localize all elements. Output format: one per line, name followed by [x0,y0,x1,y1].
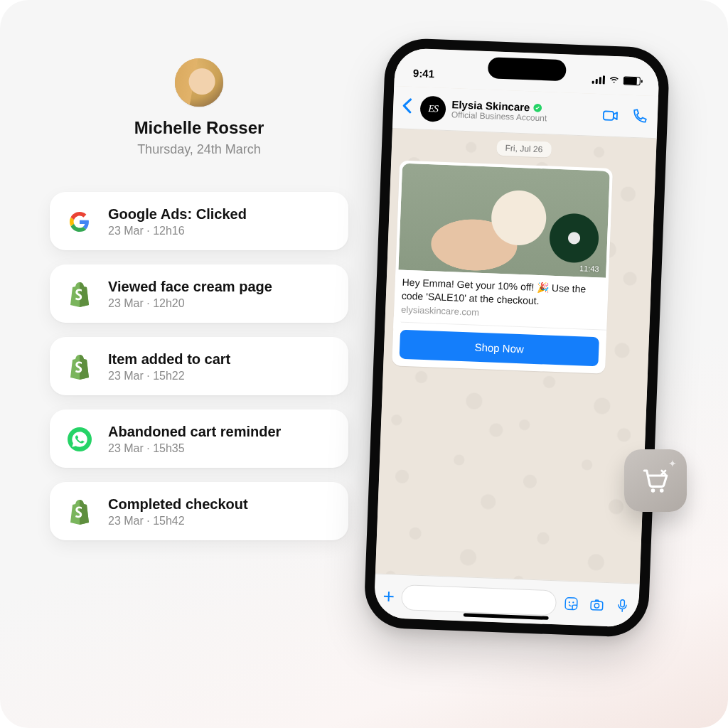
dynamic-island [488,57,567,81]
cart-tile[interactable]: ✦ [624,449,687,512]
feed-meta: 23 Mar · 12h16 [108,225,333,237]
profile-name: Michelle Rosser [71,118,327,138]
marketing-composite: Michelle Rosser Thursday, 24th March Goo… [0,0,728,728]
shopify-icon [65,498,94,526]
sparkle-icon: ✦ [668,458,677,469]
message-input[interactable] [401,584,557,616]
svg-rect-6 [591,601,603,610]
feed-meta: 23 Mar · 12h20 [108,297,333,310]
whatsapp-icon [65,425,94,454]
shopify-icon [65,280,94,309]
sticker-icon[interactable] [563,595,579,611]
feed-card-added-to-cart[interactable]: Item added to cart 23 Mar · 15h22 [50,337,348,395]
shopify-icon [65,353,94,381]
svg-point-5 [572,601,574,603]
status-time: 9:41 [413,67,435,80]
feed-card-abandoned-cart[interactable]: Abandoned cart reminder 23 Mar · 15h35 [50,410,348,468]
wifi-icon [609,76,620,85]
camera-icon[interactable] [589,596,605,613]
message-bubble: 11:43 Hey Emma! Get your 10% off! 🎉 Use … [392,160,613,373]
feed-title: Abandoned cart reminder [108,424,333,440]
feed-card-viewed-page[interactable]: Viewed face cream page 23 Mar · 12h20 [50,264,348,323]
phone-screen: 9:41 ES Elysia Skincare [374,48,660,628]
svg-point-7 [594,603,599,608]
svg-rect-8 [621,599,625,606]
svg-point-4 [569,601,570,603]
feed-title: Viewed face cream page [108,279,333,295]
phone-mockup: 9:41 ES Elysia Skincare [363,38,670,638]
cart-icon [641,466,670,496]
video-call-icon[interactable] [601,107,619,124]
activity-feed: Google Ads: Clicked 23 Mar · 12h16 Viewe… [50,192,348,540]
back-button[interactable] [399,96,415,119]
composer: + [374,574,640,628]
brand-avatar[interactable]: ES [419,95,446,122]
svg-rect-3 [565,597,577,609]
shop-now-button[interactable]: Shop Now [400,329,599,366]
signal-icon [592,75,605,85]
feed-meta: 23 Mar · 15h22 [108,370,333,382]
feed-title: Item added to cart [108,351,333,368]
feed-meta: 23 Mar · 15h42 [108,515,333,528]
attach-button[interactable]: + [382,584,395,608]
avatar [175,58,223,107]
message-time: 11:43 [579,264,599,273]
svg-rect-2 [604,111,614,120]
chat-date-chip: Fri, Jul 26 [496,140,551,158]
battery-icon [623,76,641,85]
mic-icon[interactable] [614,597,631,614]
svg-point-9 [651,488,655,493]
message-media[interactable]: 11:43 [398,164,610,278]
feed-meta: 23 Mar · 15h35 [108,442,333,455]
verified-icon [532,102,543,113]
chat-area[interactable]: Fri, Jul 26 11:43 Hey Emma! Get your 10%… [375,129,657,584]
feed-card-google-ads[interactable]: Google Ads: Clicked 23 Mar · 12h16 [50,192,348,250]
google-icon [65,208,94,236]
voice-call-icon[interactable] [630,107,648,125]
feed-title: Completed checkout [108,496,333,513]
feed-card-completed-checkout[interactable]: Completed checkout 23 Mar · 15h42 [50,482,348,540]
profile-header: Michelle Rosser Thursday, 24th March [71,58,327,157]
profile-date: Thursday, 24th March [71,142,327,157]
svg-point-10 [660,488,664,493]
feed-title: Google Ads: Clicked [108,206,333,223]
